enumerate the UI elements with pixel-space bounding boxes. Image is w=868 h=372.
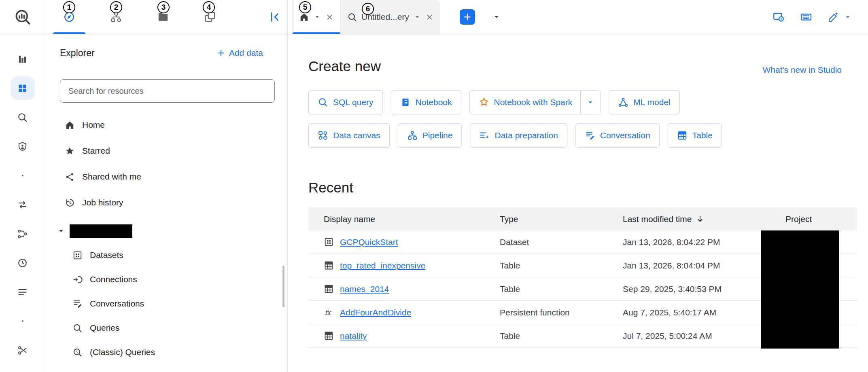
rail-item-monitoring[interactable] (0, 277, 45, 306)
explorer-item-connections[interactable]: Connections (45, 267, 287, 292)
explorer-panel: Explorer Add data Home Starred Shared wi… (45, 34, 288, 372)
rail-item-search[interactable] (0, 103, 45, 132)
explorer-scrollbar[interactable] (282, 266, 284, 307)
close-icon[interactable] (425, 13, 434, 21)
rail-item-studio[interactable] (0, 74, 45, 103)
resource-link[interactable]: names_2014 (340, 284, 389, 294)
recent-table: Display name Type Last modified time Pro… (308, 207, 857, 348)
create-pipeline-button[interactable]: Pipeline (398, 123, 462, 148)
resource-link[interactable]: AddFourAndDivide (340, 308, 411, 317)
column-header-display-name[interactable]: Display name (308, 214, 484, 224)
conversation-edit-icon (72, 299, 83, 309)
transfers-icon (17, 199, 28, 210)
create-conversation-button[interactable]: Conversation (575, 123, 660, 148)
close-icon[interactable] (325, 13, 334, 21)
create-sql-query-button[interactable]: SQL query (308, 90, 383, 114)
chevron-down-icon[interactable] (586, 98, 595, 107)
ml-model-icon (618, 97, 628, 108)
som-mark-6: 6 (362, 3, 374, 15)
explorer-item-label: Connections (90, 275, 137, 284)
explorer-item-queries[interactable]: Queries (45, 316, 287, 340)
explorer-title: Explorer (60, 48, 95, 59)
sql-generation-button[interactable] (828, 11, 852, 23)
keyboard-shortcuts-button[interactable] (800, 11, 812, 23)
explorer-item-label: Queries (90, 323, 120, 333)
chevron-down-icon[interactable] (413, 13, 421, 21)
last-modified-time: Jan 13, 2026, 8:04:22 PM (607, 237, 770, 247)
create-data-preparation-button[interactable]: Data preparation (470, 123, 567, 148)
plus-icon (216, 49, 225, 57)
recent-table-header: Display name Type Last modified time Pro… (308, 207, 857, 230)
query-icon (17, 112, 28, 123)
collapse-panel-icon[interactable] (268, 11, 281, 23)
column-header-last-modified-time[interactable]: Last modified time (607, 214, 770, 224)
explorer-item-home[interactable]: Home (45, 112, 287, 138)
home-icon (65, 120, 75, 130)
window-clock-icon (772, 11, 785, 23)
explorer-item-classic-queries[interactable]: (Classic) Queries (45, 340, 287, 364)
explorer-item-shared-with-me[interactable]: Shared with me (45, 164, 287, 190)
new-tab-button[interactable] (460, 9, 475, 25)
bar-chart-icon (17, 54, 28, 65)
tab-history-button[interactable] (772, 11, 785, 23)
explorer-item-job-history[interactable]: Job history (45, 190, 287, 216)
rail-item-admin-tools[interactable] (0, 336, 45, 365)
create-data-canvas-button[interactable]: Data canvas (308, 123, 390, 148)
resource-search-input[interactable] (60, 79, 275, 103)
whats-new-link[interactable]: What's new in Studio (763, 65, 857, 75)
column-header-project[interactable]: Project (770, 214, 857, 224)
explorer-item-label: Job history (82, 198, 123, 207)
redacted-project-column (761, 230, 839, 349)
main-content: Create new What's new in Studio SQL quer… (288, 34, 868, 372)
create-table-button[interactable]: Table (668, 123, 722, 148)
query-icon (72, 323, 83, 333)
rail-item-transfers[interactable] (0, 190, 45, 219)
explorer-list: Home Starred Shared with me Job history … (45, 103, 287, 364)
scissors-icon (17, 345, 28, 356)
bigquery-logo-icon (14, 8, 32, 26)
notebook-icon (400, 97, 411, 108)
explorer-item-project[interactable] (45, 219, 287, 243)
product-logo-box (0, 0, 45, 34)
query-classic-icon (72, 347, 83, 357)
column-header-type[interactable]: Type (484, 214, 607, 224)
editor-tabbar: Untitled...ery (288, 0, 868, 34)
table-grid-icon (677, 130, 688, 141)
create-buttons-row-2: Data canvas Pipeline Data preparation Co… (308, 123, 868, 148)
resource-link[interactable]: GCPQuickStart (340, 237, 398, 247)
query-icon (318, 97, 328, 108)
chevron-down-icon[interactable] (844, 13, 852, 21)
rail-item-pipelines[interactable] (0, 219, 45, 248)
som-mark-1: 1 (63, 1, 75, 13)
rail-item-scheduling[interactable] (0, 248, 45, 277)
resource-link[interactable]: natality (340, 331, 367, 341)
recent-title: Recent (308, 179, 868, 196)
table-grid-icon (324, 284, 334, 294)
rail-item-divider-dot-1 (0, 161, 45, 190)
clock-icon (17, 258, 28, 268)
create-ml-model-button[interactable]: ML model (609, 90, 679, 114)
explorer-item-datasets[interactable]: Datasets (45, 243, 287, 267)
expander-caret-icon[interactable] (56, 226, 66, 236)
explorer-item-conversations[interactable]: Conversations (45, 292, 287, 316)
rail-item-governance[interactable] (0, 132, 45, 161)
chevron-down-icon[interactable] (313, 13, 321, 21)
table-grid-icon (324, 260, 334, 271)
home-icon (299, 12, 309, 22)
last-modified-time: Jan 13, 2026, 8:04:04 PM (607, 261, 770, 271)
keyboard-icon (800, 11, 812, 23)
data-prep-icon (479, 130, 490, 141)
add-data-button[interactable]: Add data (216, 48, 263, 58)
shield-person-icon (17, 141, 28, 152)
resource-link[interactable]: top_rated_inexpensive (340, 261, 425, 271)
explorer-item-starred[interactable]: Starred (45, 138, 287, 164)
editor-tab-untitled-query[interactable]: Untitled...ery (341, 0, 440, 34)
last-modified-time: Sep 29, 2025, 3:40:53 PM (607, 284, 770, 294)
rail-item-analysis-hub[interactable] (0, 44, 45, 74)
create-notebook-button[interactable]: Notebook (391, 90, 461, 114)
rail-item-divider-dot-2 (0, 306, 45, 336)
create-notebook-with-spark-button[interactable]: Notebook with Spark (469, 90, 601, 114)
function-icon: fx (324, 307, 334, 317)
left-rail (0, 34, 45, 372)
tab-overflow-chevron-icon[interactable] (492, 13, 501, 21)
